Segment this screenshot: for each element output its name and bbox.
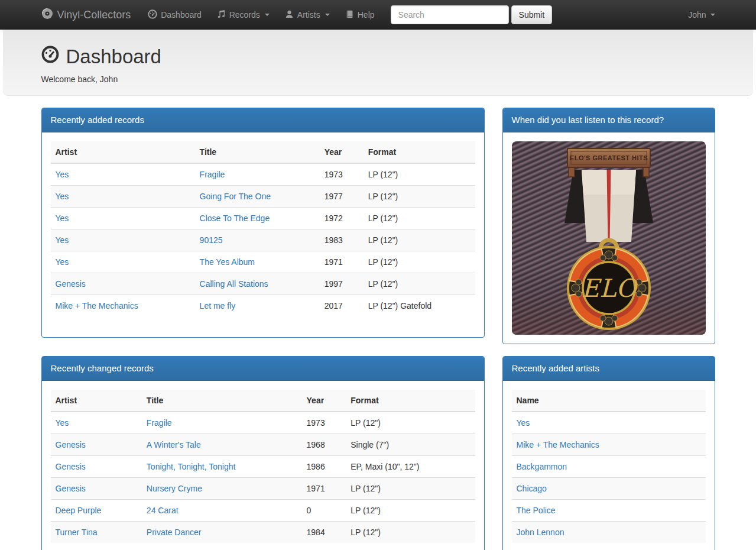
page-header: Dashboard Welcome back, John	[3, 30, 753, 96]
artist-link[interactable]: Genesis	[56, 462, 86, 471]
artist-link[interactable]: The Police	[517, 506, 556, 515]
table-row: Yes Fragile 1973 LP (12")	[51, 412, 475, 434]
changed-records-table: Artist Title Year Format Yes Fragile 197…	[51, 390, 475, 543]
navbar-search-form: Submit	[391, 5, 553, 24]
table-header-row: Artist Title Year Format	[51, 141, 475, 163]
artist-link[interactable]: Genesis	[56, 484, 86, 493]
main-content: Recently added records Artist Title Year…	[33, 108, 724, 550]
table-header-row: Artist Title Year Format	[51, 390, 475, 412]
record-link[interactable]: A Winter's Tale	[147, 440, 201, 449]
artist-link[interactable]: Yes	[56, 213, 69, 223]
album-cover-image[interactable]: ELO ELO'S GREATEST HITS	[512, 141, 706, 335]
chevron-down-icon	[710, 14, 715, 16]
format-cell: EP, Maxi (10", 12")	[346, 456, 475, 478]
artist-link[interactable]: Yes	[56, 170, 69, 179]
table-row: Yes	[512, 412, 706, 434]
panel-title: When did you last listen to this record?	[503, 108, 715, 132]
artist-link[interactable]: Turner Tina	[56, 528, 98, 537]
table-row: Mike + The Mechanics Let me fly 2017 LP …	[51, 295, 475, 317]
medal-monogram: ELO	[581, 274, 638, 303]
dashboard-icon	[41, 46, 59, 68]
music-icon	[217, 9, 226, 21]
record-link[interactable]: The Yes Album	[200, 257, 255, 267]
brand-link[interactable]: Vinyl-Collectors	[41, 8, 141, 22]
column-header-artist: Artist	[51, 141, 195, 163]
user-menu[interactable]: John	[679, 1, 715, 28]
artist-link[interactable]: Yes	[517, 418, 530, 428]
format-cell: LP (12")	[364, 229, 475, 251]
year-cell: 1973	[320, 163, 364, 186]
column-header-format: Format	[364, 141, 475, 163]
artist-link[interactable]: John Lennon	[517, 528, 564, 537]
nav-item-artists[interactable]: Artists	[277, 1, 338, 30]
panel-title: Recently added records	[42, 108, 484, 132]
artist-link[interactable]: Mike + The Mechanics	[517, 440, 599, 449]
year-cell: 2017	[320, 295, 364, 317]
format-cell: LP (12")	[346, 522, 475, 543]
table-row: Yes Going For The One 1977 LP (12")	[51, 186, 475, 208]
format-cell: LP (12")	[364, 186, 475, 208]
record-link[interactable]: Fragile	[200, 170, 225, 179]
table-row: Deep Purple 24 Carat 0 LP (12")	[51, 500, 475, 522]
record-link[interactable]: Nursery Cryme	[147, 484, 202, 493]
brand-label: Vinyl-Collectors	[57, 9, 131, 21]
record-link[interactable]: Fragile	[147, 418, 172, 428]
artist-link[interactable]: Genesis	[56, 440, 86, 449]
format-cell: LP (12")	[346, 478, 475, 500]
artist-link[interactable]: Yes	[56, 192, 69, 201]
artist-link[interactable]: Yes	[56, 257, 69, 267]
search-input[interactable]	[391, 5, 509, 24]
table-row: Genesis Calling All Stations 1997 LP (12…	[51, 273, 475, 295]
column-header-name: Name	[512, 390, 706, 412]
record-link[interactable]: Private Dancer	[147, 528, 202, 537]
year-cell: 1977	[320, 186, 364, 208]
artist-link[interactable]: Chicago	[517, 484, 547, 493]
artist-link[interactable]: Deep Purple	[56, 506, 102, 515]
panel-recent-records: Recently added records Artist Title Year…	[41, 108, 485, 338]
record-link[interactable]: 90125	[200, 235, 223, 245]
record-link[interactable]: 24 Carat	[147, 506, 179, 515]
table-row: Yes Fragile 1973 LP (12")	[51, 163, 475, 186]
artist-link[interactable]: Yes	[56, 418, 69, 428]
record-link[interactable]: Calling All Stations	[200, 279, 268, 289]
format-cell: LP (12")	[364, 163, 475, 186]
panel-changed-records: Recently changed records Artist Title Ye…	[41, 356, 485, 550]
record-link[interactable]: Going For The One	[200, 192, 271, 201]
format-cell: LP (12") Gatefold	[364, 295, 475, 317]
table-row: Turner Tina Private Dancer 1984 LP (12")	[51, 522, 475, 543]
table-row: Genesis Nursery Cryme 1971 LP (12")	[51, 478, 475, 500]
artist-link[interactable]: Genesis	[56, 279, 86, 289]
column-header-title: Title	[142, 390, 302, 412]
record-link[interactable]: Let me fly	[200, 301, 236, 310]
record-link[interactable]: Tonight, Tonight, Tonight	[147, 462, 236, 471]
nav-item-label: Dashboard	[161, 10, 202, 20]
artist-link[interactable]: Backgammon	[517, 462, 567, 471]
chevron-down-icon	[265, 14, 270, 16]
table-row: Yes The Yes Album 1971 LP (12")	[51, 251, 475, 273]
nav-item-help[interactable]: Help	[338, 1, 382, 30]
year-cell: 1986	[302, 456, 346, 478]
search-submit-button[interactable]: Submit	[511, 5, 553, 24]
artist-link[interactable]: Mike + The Mechanics	[56, 301, 138, 310]
nav-item-records[interactable]: Records	[209, 1, 277, 30]
year-cell: 0	[302, 500, 346, 522]
artist-link[interactable]: Yes	[56, 235, 69, 245]
nav-item-label: Records	[229, 10, 260, 20]
nav-item-dashboard[interactable]: Dashboard	[140, 1, 209, 30]
panel-title: Recently changed records	[42, 357, 484, 381]
recent-records-table: Artist Title Year Format Yes Fragile 197…	[51, 141, 475, 316]
table-row: Yes Close To The Edge 1972 LP (12")	[51, 208, 475, 229]
column-header-year: Year	[302, 390, 346, 412]
format-cell: LP (12")	[346, 412, 475, 434]
table-header-row: Name	[512, 390, 706, 412]
year-cell: 1972	[320, 208, 364, 229]
vinyl-record-icon	[41, 8, 53, 22]
table-row: Mike + The Mechanics	[512, 434, 706, 456]
table-row: Yes 90125 1983 LP (12")	[51, 229, 475, 251]
table-row: Chicago	[512, 478, 706, 500]
record-link[interactable]: Close To The Edge	[200, 213, 270, 223]
column-header-year: Year	[320, 141, 364, 163]
nav-item-label: Artists	[297, 10, 320, 20]
panel-title: Recently added artists	[503, 357, 715, 381]
table-row: Genesis A Winter's Tale 1968 Single (7")	[51, 434, 475, 456]
